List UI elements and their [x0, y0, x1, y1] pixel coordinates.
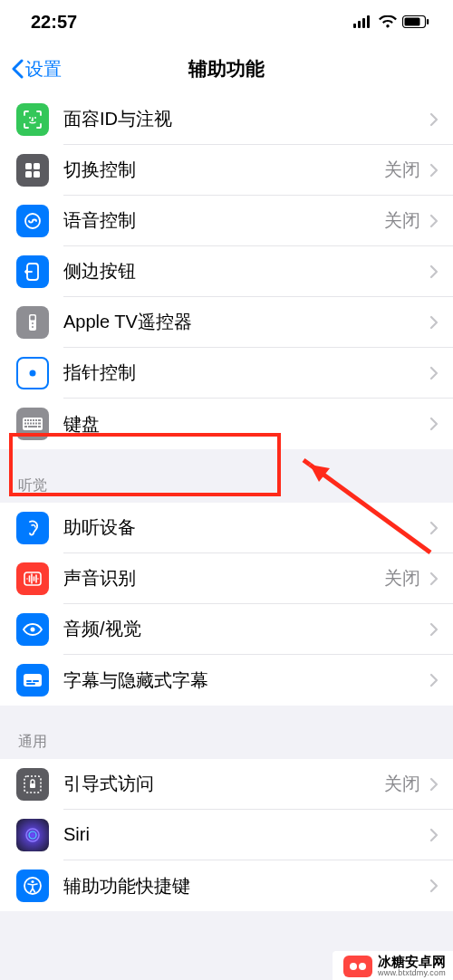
siri-icon: [16, 819, 49, 851]
svg-rect-34: [28, 426, 37, 428]
watermark-url: www.btxtdmy.com: [378, 969, 446, 978]
row-label: 字幕与隐藏式字幕: [63, 668, 429, 693]
svg-rect-21: [24, 419, 26, 421]
chevron-right-icon: [429, 163, 439, 178]
chevron-right-icon: [429, 214, 439, 228]
row-value: 关闭: [384, 208, 420, 233]
row-siri[interactable]: Siri: [0, 810, 453, 860]
svg-rect-41: [26, 683, 35, 685]
svg-point-7: [29, 117, 31, 119]
svg-point-8: [34, 117, 36, 119]
back-button[interactable]: 设置: [11, 57, 62, 82]
svg-rect-11: [25, 171, 32, 178]
row-label: 辅助功能快捷键: [63, 874, 429, 898]
svg-rect-30: [33, 423, 34, 425]
svg-rect-9: [25, 163, 32, 169]
row-apple-tv-remote[interactable]: Apple TV遥控器: [0, 297, 453, 348]
svg-rect-22: [27, 419, 29, 421]
chevron-right-icon: [429, 366, 439, 380]
chevron-right-icon: [429, 828, 439, 842]
chevron-right-icon: [429, 521, 439, 535]
row-hearing-devices[interactable]: 助听设备: [0, 503, 453, 553]
svg-rect-33: [24, 426, 27, 428]
eye-icon: [16, 613, 49, 646]
svg-point-47: [31, 880, 34, 883]
chevron-right-icon: [429, 417, 439, 431]
face-id-icon: [16, 103, 49, 136]
svg-rect-23: [30, 419, 32, 421]
captions-icon: [16, 664, 49, 697]
accessibility-icon: [16, 870, 49, 902]
row-face-id[interactable]: 面容ID与注视: [0, 94, 453, 145]
status-icons: [353, 15, 429, 28]
svg-rect-29: [30, 423, 32, 425]
row-label: 侧边按钮: [63, 259, 429, 283]
row-pointer-control[interactable]: 指针控制: [0, 348, 453, 399]
tv-remote-icon: [16, 306, 49, 339]
side-button-icon: [16, 255, 49, 288]
row-guided-access[interactable]: 引导式访问 关闭: [0, 759, 453, 810]
row-subtitles[interactable]: 字幕与隐藏式字幕: [0, 655, 453, 706]
back-label: 设置: [25, 57, 62, 82]
section-physical: 面容ID与注视 切换控制 关闭 语音控制 关闭 侧边按钮: [0, 94, 453, 449]
svg-point-19: [30, 370, 36, 377]
svg-rect-28: [27, 423, 29, 425]
row-label: 面容ID与注视: [63, 107, 429, 131]
row-accessibility-shortcut[interactable]: 辅助功能快捷键: [0, 860, 453, 911]
row-voice-control[interactable]: 语音控制 关闭: [0, 196, 453, 246]
svg-rect-16: [31, 316, 35, 321]
row-label: 声音识别: [63, 566, 384, 591]
row-side-button[interactable]: 侧边按钮: [0, 246, 453, 297]
svg-rect-6: [427, 19, 429, 24]
row-label: 指针控制: [63, 360, 429, 385]
svg-rect-32: [38, 423, 41, 425]
row-label: 切换控制: [63, 158, 384, 182]
svg-rect-5: [405, 18, 420, 26]
row-label: Apple TV遥控器: [63, 310, 429, 334]
chevron-right-icon: [429, 673, 439, 687]
svg-rect-26: [38, 419, 41, 421]
svg-rect-10: [34, 163, 40, 169]
svg-rect-39: [26, 680, 32, 682]
svg-rect-43: [30, 783, 35, 788]
svg-rect-35: [38, 426, 41, 428]
row-label: 引导式访问: [63, 772, 384, 796]
guided-access-icon: [16, 768, 49, 801]
ear-icon: [16, 512, 49, 544]
row-label: 键盘: [63, 412, 429, 437]
chevron-right-icon: [429, 264, 439, 279]
row-label: Siri: [63, 824, 429, 845]
section-general: 引导式访问 关闭 Siri 辅助功能快捷键: [0, 759, 453, 911]
watermark-logo-icon: [343, 956, 372, 977]
page-title: 辅助功能: [188, 56, 265, 82]
row-value: 关闭: [384, 158, 420, 182]
chevron-left-icon: [11, 59, 24, 79]
svg-rect-24: [33, 419, 34, 421]
svg-rect-2: [362, 18, 365, 28]
nav-bar: 设置 辅助功能: [0, 43, 453, 94]
section-header-hearing: 听觉: [0, 449, 453, 503]
row-value: 关闭: [384, 566, 420, 591]
wifi-icon: [379, 15, 397, 28]
row-audio-visual[interactable]: 音频/视觉: [0, 604, 453, 655]
svg-rect-3: [367, 15, 370, 28]
svg-rect-40: [33, 680, 39, 682]
row-label: 音频/视觉: [63, 617, 429, 641]
svg-rect-12: [34, 171, 40, 178]
row-keyboard[interactable]: 键盘: [0, 399, 453, 449]
chevron-right-icon: [429, 622, 439, 637]
cellular-icon: [353, 15, 373, 28]
watermark-name: 冰糖安卓网: [378, 955, 446, 970]
row-switch-control[interactable]: 切换控制 关闭: [0, 145, 453, 196]
pointer-control-icon: [16, 357, 49, 389]
svg-point-44: [26, 829, 39, 841]
status-time: 22:57: [31, 12, 77, 33]
voice-control-icon: [16, 205, 49, 237]
svg-point-45: [29, 831, 36, 839]
battery-icon: [402, 15, 429, 28]
row-sound-recognition[interactable]: 声音识别 关闭: [0, 553, 453, 604]
sound-wave-icon: [16, 562, 49, 595]
chevron-right-icon: [429, 777, 439, 792]
svg-rect-25: [35, 419, 37, 421]
row-value: 关闭: [384, 772, 420, 796]
